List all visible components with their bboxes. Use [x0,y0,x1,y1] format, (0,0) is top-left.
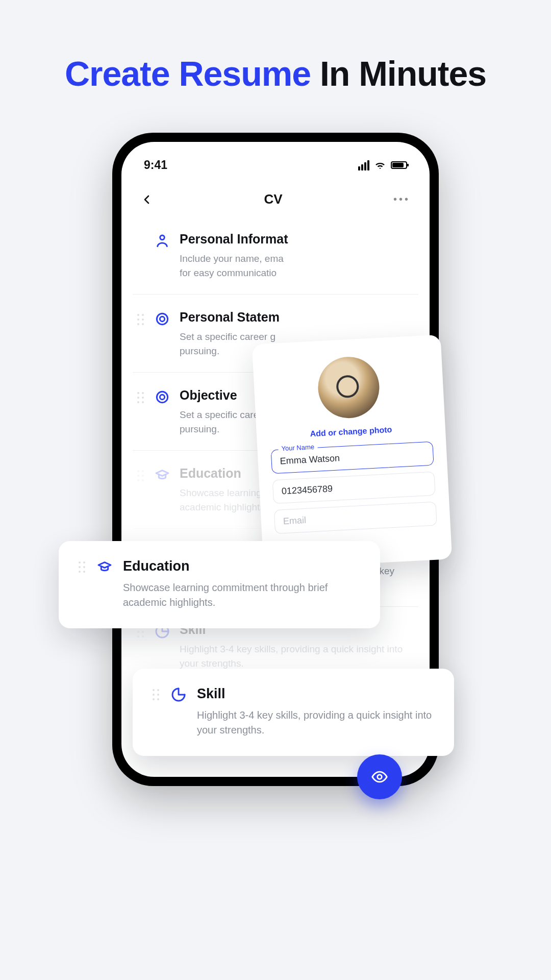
section-desc: Highlight 3-4 key skills, providing a qu… [180,642,415,670]
name-field[interactable]: Your Name Emma Watson [271,442,434,474]
card-desc: Highlight 3-4 key skills, providing a qu… [197,708,436,738]
svg-point-2 [160,316,164,321]
drag-handle-icon[interactable] [136,314,145,358]
section-desc: Include your name, ema for easy communic… [180,252,415,280]
eye-icon [371,768,388,786]
name-legend: Your Name [278,443,317,453]
cellular-icon [358,160,369,170]
education-card[interactable]: Education Showcase learning commitment t… [59,541,380,628]
status-bar: 9:41 [121,142,430,176]
drag-handle-icon[interactable] [136,470,145,514]
svg-point-0 [160,235,165,240]
section-title: Personal Informat [180,232,415,247]
add-photo-link[interactable]: Add or change photo [270,423,433,441]
name-value: Emma Watson [280,453,340,466]
graduation-icon [154,467,170,483]
card-title: Skill [197,686,436,702]
drag-handle-icon[interactable] [151,689,160,738]
preview-fab[interactable] [357,754,402,799]
more-icon[interactable]: ••• [393,193,410,205]
target-icon [154,389,170,405]
back-icon[interactable] [141,193,153,206]
card-desc: Showcase learning commitment through bri… [123,580,362,610]
target-icon [154,311,170,327]
email-field[interactable]: Email [274,502,437,534]
section-personal-info[interactable]: Personal Informat Include your name, ema… [133,216,418,295]
drag-handle-icon[interactable] [136,392,145,436]
battery-icon [391,161,407,169]
svg-point-4 [160,395,164,400]
svg-point-7 [378,775,382,779]
wifi-icon [374,161,386,169]
skill-card[interactable]: Skill Highlight 3-4 key skills, providin… [133,669,454,756]
page-title: CV [264,191,282,207]
svg-point-1 [157,313,167,324]
section-title: Personal Statem [180,310,415,325]
graduation-icon [96,559,113,575]
drag-handle-icon[interactable] [77,561,86,610]
card-title: Education [123,558,362,574]
phone-field[interactable]: 0123456789 [272,472,436,504]
svg-point-3 [157,392,167,403]
status-time: 9:41 [144,158,167,172]
person-icon [154,233,170,249]
chart-icon [170,687,187,703]
personal-info-card: Add or change photo Your Name Emma Watso… [252,335,453,569]
avatar[interactable] [316,355,381,420]
drag-handle-icon[interactable] [136,626,145,670]
hero-title: Create Resume In Minutes [0,54,551,93]
